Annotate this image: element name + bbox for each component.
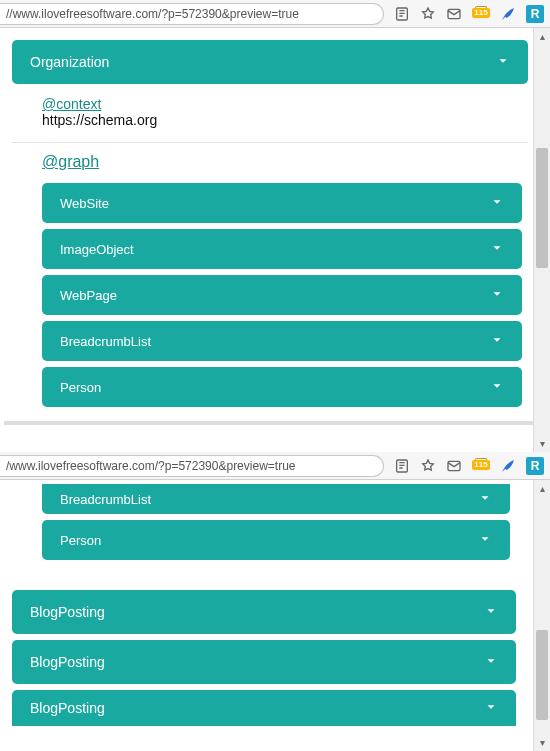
- reader-icon[interactable]: [394, 6, 410, 22]
- chevron-down-icon: [478, 491, 492, 508]
- url-field[interactable]: /www.ilovefreesoftware.com/?p=572390&pre…: [0, 455, 384, 477]
- chevron-down-icon: [496, 54, 510, 71]
- extension-r-label: R: [531, 7, 540, 21]
- context-block: @context https://schema.org: [12, 90, 528, 136]
- extension-r-label: R: [531, 459, 540, 473]
- accordion-breadcrumblist[interactable]: BreadcrumbList: [42, 321, 522, 361]
- scroll-thumb[interactable]: [536, 630, 548, 720]
- chevron-down-icon: [490, 287, 504, 304]
- reader-icon[interactable]: [394, 458, 410, 474]
- chevron-down-icon: [484, 700, 498, 717]
- accordion-person[interactable]: Person: [42, 520, 510, 560]
- accordion-breadcrumblist[interactable]: BreadcrumbList: [42, 484, 510, 514]
- accordion-label: Person: [60, 380, 101, 395]
- accordion-imageobject[interactable]: ImageObject: [42, 229, 522, 269]
- accordion-label: BlogPosting: [30, 604, 105, 620]
- accordion-person[interactable]: Person: [42, 367, 522, 407]
- accordion-blogposting[interactable]: BlogPosting: [12, 690, 516, 726]
- toolbar-icons: 115 R: [388, 457, 550, 475]
- chevron-down-icon: [490, 195, 504, 212]
- address-bar: /www.ilovefreesoftware.com/?p=572390&pre…: [0, 452, 550, 480]
- extension-r-icon[interactable]: R: [526, 457, 544, 475]
- accordion-label: WebSite: [60, 196, 109, 211]
- accordion-label: BlogPosting: [30, 654, 105, 670]
- vertical-scrollbar[interactable]: ▴ ▾: [533, 480, 550, 751]
- scroll-down-arrow[interactable]: ▾: [534, 734, 550, 751]
- chevron-down-icon: [484, 604, 498, 621]
- scroll-up-arrow[interactable]: ▴: [534, 28, 550, 45]
- accordion-label: BlogPosting: [30, 700, 105, 716]
- mail-icon[interactable]: [446, 6, 462, 22]
- badge-count: 115: [472, 8, 490, 18]
- accordion-blogposting[interactable]: BlogPosting: [12, 640, 516, 684]
- shop-badge-icon[interactable]: 115: [472, 458, 490, 474]
- chevron-down-icon: [490, 333, 504, 350]
- chevron-down-icon: [490, 241, 504, 258]
- favorite-icon[interactable]: [420, 6, 436, 22]
- partial-next-row: [4, 421, 546, 425]
- accordion-label: BreadcrumbList: [60, 334, 151, 349]
- url-text: /www.ilovefreesoftware.com/?p=572390&pre…: [6, 459, 296, 473]
- accordion-organization[interactable]: Organization: [12, 40, 528, 84]
- page-content: ▴ ▾ Organization @context https://schema…: [0, 28, 550, 452]
- toolbar-icons: 115 R: [388, 5, 550, 23]
- chevron-down-icon: [484, 654, 498, 671]
- shop-badge-icon[interactable]: 115: [472, 6, 490, 22]
- quill-icon[interactable]: [500, 6, 516, 22]
- accordion-label: BreadcrumbList: [60, 492, 151, 507]
- scroll-thumb[interactable]: [536, 148, 548, 268]
- url-field[interactable]: //www.ilovefreesoftware.com/?p=572390&pr…: [0, 3, 384, 25]
- accordion-label: WebPage: [60, 288, 117, 303]
- scroll-down-arrow[interactable]: ▾: [534, 435, 550, 452]
- quill-icon[interactable]: [500, 458, 516, 474]
- url-text: //www.ilovefreesoftware.com/?p=572390&pr…: [6, 7, 299, 21]
- divider: [12, 142, 528, 143]
- vertical-scrollbar[interactable]: ▴ ▾: [533, 28, 550, 452]
- scroll-up-arrow[interactable]: ▴: [534, 480, 550, 497]
- extension-r-icon[interactable]: R: [526, 5, 544, 23]
- address-bar: //www.ilovefreesoftware.com/?p=572390&pr…: [0, 0, 550, 28]
- chevron-down-icon: [490, 379, 504, 396]
- accordion-webpage[interactable]: WebPage: [42, 275, 522, 315]
- context-value: https://schema.org: [42, 112, 157, 128]
- context-key-link[interactable]: @context: [42, 96, 101, 112]
- graph-key-link[interactable]: @graph: [42, 153, 99, 170]
- accordion-blogposting[interactable]: BlogPosting: [12, 590, 516, 634]
- accordion-label: ImageObject: [60, 242, 134, 257]
- badge-count: 115: [472, 460, 490, 470]
- chevron-down-icon: [478, 532, 492, 549]
- accordion-label: Person: [60, 533, 101, 548]
- accordion-website[interactable]: WebSite: [42, 183, 522, 223]
- page-content: ▴ ▾ BreadcrumbList Person BlogPosting: [0, 480, 550, 751]
- accordion-label: Organization: [30, 54, 109, 70]
- mail-icon[interactable]: [446, 458, 462, 474]
- favorite-icon[interactable]: [420, 458, 436, 474]
